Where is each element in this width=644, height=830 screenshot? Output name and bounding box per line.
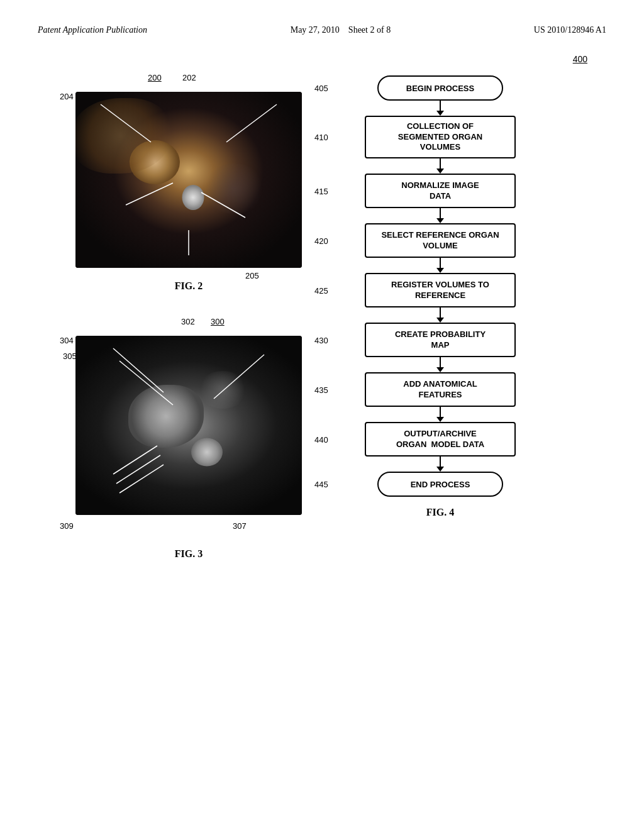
flowchart-title-label: 400 (327, 54, 587, 64)
fig4-caption: FIG. 4 (426, 507, 454, 518)
label-307: 307 (233, 521, 247, 531)
header-right: US 2010/128946 A1 (534, 25, 606, 35)
step-435-label: 435 (314, 385, 328, 394)
label-302: 302 (181, 317, 195, 326)
main-content: 200 202 204 204 (38, 54, 606, 560)
step-410-label: 410 (314, 133, 328, 142)
arrow-8 (440, 456, 441, 468)
step-445-label: 445 (314, 480, 328, 489)
node-add: ADD ANATOMICALFEATURES (365, 372, 516, 407)
header-sheet: Sheet 2 of 8 (348, 25, 391, 35)
label-202: 202 (182, 73, 196, 82)
page: Patent Application Publication May 27, 2… (0, 0, 644, 830)
arrow-7 (440, 407, 441, 418)
left-column: 200 202 204 204 (38, 54, 302, 560)
label-304: 304 (60, 336, 74, 345)
arrow-6 (440, 357, 441, 368)
node-normalize: NORMALIZE IMAGEDATA (365, 174, 516, 208)
node-begin: BEGIN PROCESS (377, 75, 503, 101)
right-column: 400 405 BEGIN PROCESS 410 COLLECTION OFS… (327, 54, 606, 560)
step-410-wrapper: 410 COLLECTION OFSEGMENTED ORGANVOLUMES (340, 116, 541, 158)
step-440-wrapper: 440 OUTPUT/ARCHIVEORGAN MODEL DATA (340, 422, 541, 456)
arrow-3 (440, 208, 441, 219)
step-405-label: 405 (314, 84, 328, 93)
label-309: 309 (60, 521, 74, 531)
label-200: 200 (148, 73, 162, 82)
node-register: REGISTER VOLUMES TOREFERENCE (365, 273, 516, 307)
header-center: May 27, 2010 Sheet 2 of 8 (291, 25, 391, 35)
step-440-label: 440 (314, 434, 328, 444)
node-collection: COLLECTION OFSEGMENTED ORGANVOLUMES (365, 116, 516, 158)
step-435-wrapper: 435 ADD ANATOMICALFEATURES (340, 372, 541, 407)
fig2-image (75, 92, 302, 268)
step-445-wrapper: 445 END PROCESS (340, 472, 541, 497)
node-end: END PROCESS (377, 472, 503, 497)
node-create: CREATE PROBABILITYMAP (365, 323, 516, 357)
label-205: 205 (245, 271, 259, 280)
node-select: SELECT REFERENCE ORGANVOLUME (365, 223, 516, 258)
step-405-wrapper: 405 BEGIN PROCESS (340, 75, 541, 101)
label-204-left: 204 (60, 92, 74, 101)
arrow-2 (440, 158, 441, 170)
step-425-wrapper: 425 REGISTER VOLUMES TOREFERENCE (340, 273, 541, 307)
arrow-1 (440, 101, 441, 112)
label-305: 305 (63, 351, 77, 361)
header-date: May 27, 2010 (291, 25, 340, 35)
step-425-label: 425 (314, 285, 328, 295)
fig2-container: 200 202 204 204 (38, 54, 302, 292)
flowchart: 405 BEGIN PROCESS 410 COLLECTION OFSEGME… (340, 69, 541, 518)
arrow-4 (440, 258, 441, 269)
fig3-container: 300 302 304 305 (38, 317, 302, 560)
header-left: Patent Application Publication (38, 25, 147, 35)
node-output: OUTPUT/ARCHIVEORGAN MODEL DATA (365, 422, 516, 456)
step-420-wrapper: 420 SELECT REFERENCE ORGANVOLUME (340, 223, 541, 258)
page-header: Patent Application Publication May 27, 2… (38, 25, 606, 35)
step-420-label: 420 (314, 236, 328, 245)
ct-scan-fig3 (75, 336, 302, 515)
arrow-5 (440, 307, 441, 319)
label-300: 300 (211, 317, 225, 326)
step-415-label: 415 (314, 186, 328, 196)
fig3-image (75, 336, 302, 515)
step-430-wrapper: 430 CREATE PROBABILITYMAP (340, 323, 541, 357)
step-430-label: 430 (314, 335, 328, 345)
fig3-caption: FIG. 3 (75, 548, 302, 560)
ct-scan-fig2 (75, 92, 302, 268)
step-415-wrapper: 415 NORMALIZE IMAGEDATA (340, 174, 541, 208)
